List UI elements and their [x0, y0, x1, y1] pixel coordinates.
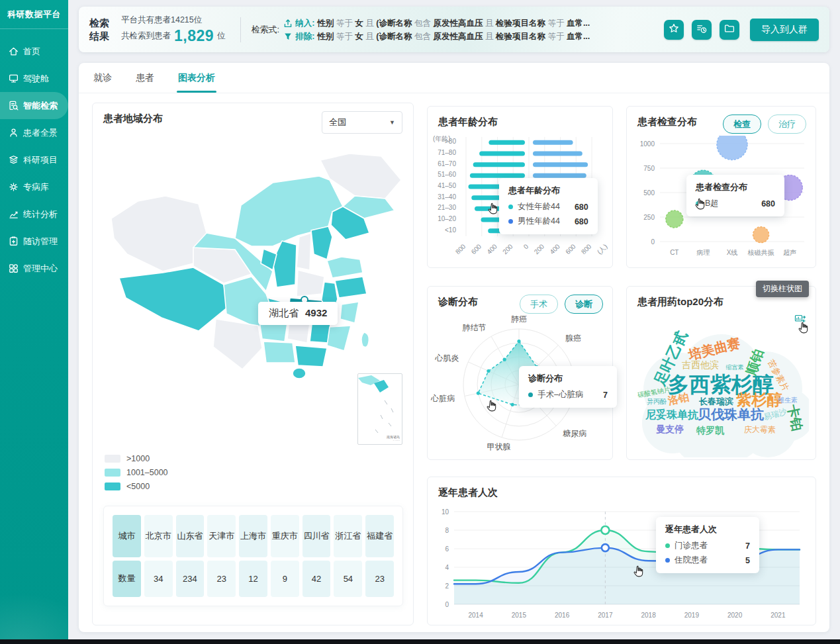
drug-top20-card: 患者用药top20分布 切换柱状图 多西紫杉醇足叶乙甙培美曲赛顺铂吉西他滨缩宫素… [626, 286, 816, 460]
province-guangdong[interactable] [295, 345, 327, 367]
province-shandong[interactable] [327, 257, 363, 278]
drug-word[interactable]: 吉西他滨 [682, 360, 719, 369]
svg-text:4: 4 [445, 564, 449, 571]
drug-word[interactable]: 紫杉醇 [737, 392, 782, 408]
table-city-cell: 上海市 [239, 515, 267, 557]
svg-text:0: 0 [522, 242, 530, 250]
map-tooltip-province: 湖北省 [269, 307, 299, 318]
province-guangxi[interactable] [263, 342, 295, 363]
include-icon [283, 19, 293, 28]
sidebar-item-4[interactable]: 患者全景 [0, 119, 68, 146]
toggle-exam[interactable]: 检查 [723, 115, 761, 134]
series-dot [508, 205, 513, 209]
province-jiangsu[interactable] [335, 277, 367, 298]
drug-word[interactable]: 尼妥珠单抗 [645, 410, 698, 420]
province-shaanxi[interactable] [273, 241, 297, 287]
drug-wordcloud[interactable]: 多西紫杉醇足叶乙甙培美曲赛顺铂吉西他滨缩宫素苦参素片碳酸氢钠片异丙酚洛铂长春瑞滨… [634, 317, 809, 457]
svg-text:心肌炎: 心肌炎 [435, 353, 459, 363]
province-henan[interactable] [297, 270, 324, 297]
legend-swatch [105, 483, 120, 490]
series-dot [528, 392, 533, 397]
chevron-down-icon: ▼ [389, 119, 395, 126]
sidebar-item-9[interactable]: 管理中心 [0, 255, 68, 282]
folder-button[interactable] [720, 20, 739, 40]
sidebar-item-3[interactable]: 智能检索 [0, 92, 68, 119]
header-divider [240, 17, 241, 42]
map-tooltip-value: 4932 [305, 307, 327, 318]
drug-word[interactable]: 庆大霉素 [744, 426, 776, 434]
table-city-cell: 山东省 [176, 515, 205, 557]
table-row-header: 数量 [113, 561, 141, 597]
drug-word[interactable]: 缩宫素 [726, 365, 744, 371]
toggle-diagnosis[interactable]: 诊断 [565, 295, 603, 314]
svg-text:2021: 2021 [770, 612, 786, 619]
tooltip-value: 7 [722, 541, 750, 551]
legend-swatch [105, 469, 120, 477]
query-segment: 且 [485, 19, 494, 28]
region-distribution-card: 患者地域分布 全国 ▼ 湖北省4932 [92, 103, 414, 625]
svg-text:31–40: 31–40 [438, 193, 456, 201]
history-button[interactable] [692, 20, 712, 40]
sidebar-item-5[interactable]: 科研项目 [0, 146, 68, 173]
table-city-cell: 福建省 [365, 515, 394, 557]
retrieved-count: 1,829 [174, 27, 214, 45]
province-fujian[interactable] [327, 326, 351, 351]
drug-word[interactable]: 长春瑞滨 [699, 397, 733, 406]
svg-text:2015: 2015 [512, 612, 527, 619]
tooltip-value: 680 [575, 203, 588, 212]
switch-to-bar-icon[interactable] [794, 313, 806, 325]
sidebar-item-2[interactable]: 驾驶舱 [0, 65, 68, 92]
query-segment: 等于 [336, 32, 353, 41]
favorite-button[interactable] [664, 20, 684, 40]
region-select-dropdown[interactable]: 全国 ▼ [322, 111, 402, 134]
province-xinjiang[interactable] [111, 196, 207, 271]
age-unit-label: (人) [596, 243, 609, 256]
query-segment: 女 [355, 32, 363, 41]
tab-2[interactable]: 患者 [136, 63, 154, 93]
drug-word[interactable]: 异丙酚 [647, 398, 667, 405]
province-zhejiang[interactable] [340, 302, 359, 323]
province-shanxi[interactable] [297, 233, 311, 270]
header-actions: 导入到人群 [664, 19, 819, 41]
sidebar-item-6[interactable]: 专病库 [0, 173, 68, 201]
exam-card-title: 患者检查分布 [637, 116, 697, 128]
retrieved-unit: 位 [217, 30, 226, 42]
svg-text:500: 500 [643, 189, 655, 197]
drug-word[interactable]: 贝伐珠单抗 [698, 408, 764, 421]
province-taiwan[interactable] [361, 332, 369, 347]
tooltip-row: 门诊患者7 [665, 540, 750, 551]
age-distribution-card: 患者年龄分布 (年龄)>8071–8061–7051–6041–5031–402… [427, 106, 613, 268]
drug-word[interactable]: 维生素 [778, 397, 798, 404]
import-to-cohort-button[interactable]: 导入到人群 [750, 19, 819, 41]
svg-text:0: 0 [445, 601, 449, 608]
table-value-cell: 9 [271, 561, 299, 597]
drug-card-title: 患者用药top20分布 [637, 296, 723, 308]
province-hebei[interactable] [311, 226, 332, 259]
legend-row: 1001–5000 [105, 468, 168, 477]
query-segment: 等于 [336, 19, 353, 28]
tab-1[interactable]: 就诊 [93, 63, 112, 93]
province-yunnan[interactable] [213, 319, 262, 369]
table-value-cell: 42 [303, 561, 331, 597]
sidebar-item-label: 患者全景 [23, 127, 58, 139]
svg-text:600: 600 [470, 242, 483, 255]
svg-text:61–70: 61–70 [438, 160, 456, 167]
legend-swatch [105, 455, 120, 463]
drug-word[interactable]: 曼支停 [656, 424, 684, 434]
province-hainan[interactable] [293, 368, 306, 379]
drug-word[interactable]: 特罗凯 [696, 426, 724, 435]
china-map[interactable] [99, 140, 405, 405]
inset-map [358, 374, 400, 443]
sidebar-item-8[interactable]: 随访管理 [0, 228, 68, 255]
star-icon [668, 23, 680, 37]
query-segment: 且 [365, 32, 374, 41]
sidebar-item-7[interactable]: 统计分析 [0, 201, 68, 228]
svg-text:2016: 2016 [555, 612, 570, 619]
table-value-cell: 234 [176, 561, 205, 597]
switch-chart-tooltip: 切换柱状图 [756, 281, 809, 297]
toggle-treatment[interactable]: 治疗 [768, 115, 806, 134]
tab-3[interactable]: 图表分析 [178, 63, 215, 93]
toggle-surgery[interactable]: 手术 [520, 295, 558, 314]
sidebar-item-1[interactable]: 首页 [0, 38, 68, 65]
svg-text:2014: 2014 [469, 612, 484, 619]
